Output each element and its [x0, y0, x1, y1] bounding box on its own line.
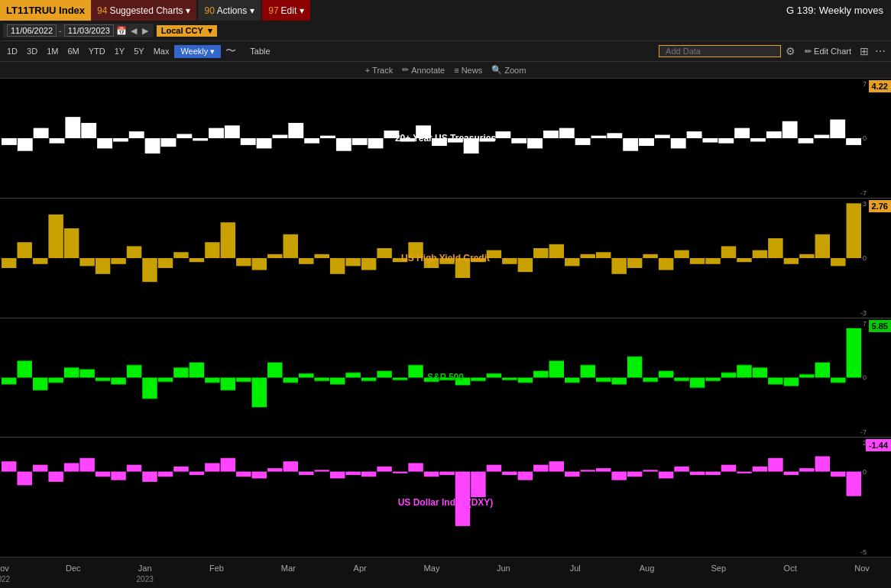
news-btn[interactable]: ≡ News: [454, 66, 482, 75]
svg-text:Aug: Aug: [640, 564, 655, 573]
suggested-num: 94: [97, 5, 107, 16]
svg-text:Feb: Feb: [209, 564, 224, 573]
annotate-icon: ✏: [402, 65, 409, 75]
actions-btn[interactable]: 90 Actions ▾: [198, 0, 261, 21]
track-icon: +: [365, 66, 370, 75]
date-range: 11/06/2022 - 11/03/2023 📅 ◀ ▶: [3, 24, 154, 37]
svg-text:Jul: Jul: [570, 564, 581, 573]
svg-text:2022: 2022: [0, 575, 11, 583]
svg-text:Oct: Oct: [784, 564, 797, 573]
svg-text:Sep: Sep: [711, 564, 727, 573]
period-max[interactable]: Max: [150, 45, 173, 57]
actions-num: 90: [204, 5, 214, 16]
calendar-icon[interactable]: 📅: [116, 26, 127, 36]
next-date-btn[interactable]: ▶: [141, 26, 150, 36]
svg-text:May: May: [424, 564, 440, 573]
edit-label: Edit: [281, 5, 297, 16]
actions-label: Actions: [217, 5, 247, 16]
more-icon[interactable]: ⋯: [873, 45, 888, 57]
x-axis: Nov2022DecJan2023FebMarAprMayJunJulAugSe…: [0, 557, 891, 588]
svg-text:2023: 2023: [137, 575, 154, 583]
treasuries-value: 4.22: [869, 80, 891, 92]
annotate-btn[interactable]: ✏ Annotate: [402, 65, 445, 75]
edit-chart-label: Edit Chart: [814, 47, 851, 56]
period-3d[interactable]: 3D: [23, 45, 41, 57]
panel-sp500: S&P 500 5.85: [0, 318, 891, 438]
edit-num: 97: [268, 5, 278, 16]
date-bar: 11/06/2022 - 11/03/2023 📅 ◀ ▶ Local CCY …: [0, 21, 891, 41]
ticker-label: LT11TRUU Index: [0, 0, 91, 21]
chart-type-icon[interactable]: 〜: [225, 44, 236, 58]
svg-text:Mar: Mar: [281, 564, 296, 573]
weekly-label: Weekly: [180, 47, 208, 56]
news-label: News: [462, 66, 483, 75]
edit-arrow: ▾: [300, 5, 304, 16]
zoom-btn[interactable]: 🔍 Zoom: [491, 65, 526, 75]
panel-highyield: US High Yield Credit 2.76: [0, 199, 891, 318]
svg-text:Apr: Apr: [354, 564, 367, 573]
dxy-value: -1.44: [866, 439, 891, 451]
zoom-label: Zoom: [504, 66, 526, 75]
suggested-arrow: ▾: [186, 5, 190, 16]
svg-text:Jan: Jan: [138, 564, 152, 573]
prev-date-btn[interactable]: ◀: [129, 26, 138, 36]
annotation-bar: + Track ✏ Annotate ≡ News 🔍 Zoom: [0, 62, 891, 79]
ccy-arrow: ▾: [208, 26, 212, 35]
svg-text:Nov: Nov: [854, 564, 870, 573]
top-bar: LT11TRUU Index 94 Suggested Charts ▾ 90 …: [0, 0, 891, 21]
period-1d[interactable]: 1D: [3, 45, 21, 57]
sp500-value: 5.85: [869, 320, 891, 332]
time-bar: 1D 3D 1M 6M YTD 1Y 5Y Max Weekly ▾ 〜 Tab…: [0, 41, 891, 62]
suggested-label: Suggested Charts: [109, 5, 183, 16]
expand-icon[interactable]: ⊞: [857, 45, 871, 57]
track-btn[interactable]: + Track: [365, 66, 394, 75]
svg-text:Nov: Nov: [0, 564, 9, 573]
news-icon: ≡: [454, 66, 458, 75]
pencil-icon: ✏: [805, 47, 812, 57]
svg-text:Jun: Jun: [497, 564, 510, 573]
actions-arrow: ▾: [250, 5, 254, 16]
zoom-icon: 🔍: [491, 65, 502, 75]
period-1m[interactable]: 1M: [43, 45, 62, 57]
suggested-charts-btn[interactable]: 94 Suggested Charts ▾: [91, 0, 196, 21]
add-data-input[interactable]: [659, 45, 781, 57]
g-label: G 139: Weekly moves: [779, 3, 891, 18]
settings-icon[interactable]: ⚙: [782, 45, 799, 57]
start-date[interactable]: 11/06/2022: [7, 24, 57, 37]
chart-area: 20+ Year US Treasuries 4.22 US High Yiel…: [0, 79, 891, 557]
period-1y[interactable]: 1Y: [111, 45, 128, 57]
table-btn[interactable]: Table: [244, 45, 276, 57]
svg-text:Dec: Dec: [66, 564, 81, 573]
end-date[interactable]: 11/03/2023: [64, 24, 114, 37]
edit-chart-btn[interactable]: ✏ Edit Chart: [800, 47, 856, 57]
annotate-label: Annotate: [411, 66, 445, 75]
highyield-value: 2.76: [869, 200, 891, 212]
date-separator: -: [59, 26, 62, 35]
edit-top-btn[interactable]: 97 Edit ▾: [262, 0, 310, 21]
track-label: Track: [372, 66, 393, 75]
period-5y[interactable]: 5Y: [130, 45, 147, 57]
panel-dxy: US Dollar Index (DXY) -1.44: [0, 438, 891, 557]
weekly-btn[interactable]: Weekly ▾: [174, 45, 221, 58]
weekly-arrow: ▾: [210, 47, 215, 57]
period-ytd[interactable]: YTD: [85, 45, 109, 57]
local-ccy-btn[interactable]: Local CCY ▾: [157, 25, 217, 37]
period-6m[interactable]: 6M: [63, 45, 83, 57]
panel-treasuries: 20+ Year US Treasuries 4.22: [0, 79, 891, 199]
